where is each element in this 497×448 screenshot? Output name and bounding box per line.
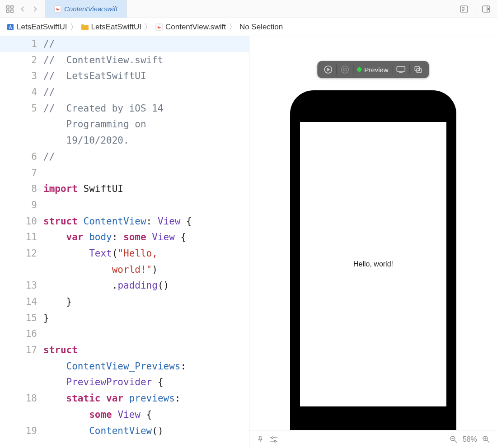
folder-icon <box>81 23 89 31</box>
code-content[interactable]: PreviewProvider { <box>43 374 167 391</box>
code-line[interactable]: some View { <box>0 407 249 423</box>
line-number: 3 <box>0 68 43 84</box>
swift-icon <box>155 23 163 31</box>
code-content[interactable]: 19/10/2020. <box>43 133 133 149</box>
code-content[interactable]: static var previews: <box>43 391 184 407</box>
svg-line-34 <box>487 440 489 443</box>
zoom-out-button[interactable] <box>449 435 458 444</box>
code-line[interactable]: 6// <box>0 149 249 165</box>
source-editor[interactable]: 1//2// ContentView.swift3// LetsEatSwift… <box>0 36 249 448</box>
code-line[interactable]: 3// LetsEatSwiftUI <box>0 68 249 84</box>
code-line[interactable]: 12 Text("Hello, <box>0 246 249 262</box>
code-content[interactable]: struct ContentView: View { <box>43 214 196 230</box>
breadcrumb-selection[interactable]: No Selection <box>239 23 283 32</box>
line-number: 16 <box>0 326 43 342</box>
code-content[interactable]: // Created by iOS 14 <box>43 101 173 117</box>
code-line[interactable]: 9 <box>0 197 249 214</box>
live-preview-button[interactable] <box>320 63 336 76</box>
code-line[interactable]: 2// ContentView.swift <box>0 52 249 69</box>
editor-main: 1//2// ContentView.swift3// LetsEatSwift… <box>0 36 497 448</box>
breadcrumb-label: LetsEatSwiftUI <box>17 23 67 32</box>
code-line[interactable]: 4// <box>0 84 249 101</box>
svg-rect-2 <box>7 10 9 12</box>
code-line[interactable]: world!") <box>0 262 249 278</box>
code-line[interactable]: ContentView_Previews: <box>0 359 249 375</box>
pin-icon[interactable] <box>256 435 265 444</box>
breadcrumb-project[interactable]: A LetsEatSwiftUI <box>6 23 67 32</box>
adjust-icon[interactable] <box>269 435 278 444</box>
code-line[interactable]: 15} <box>0 310 249 327</box>
device-settings-button[interactable] <box>393 63 410 76</box>
code-line[interactable]: 17struct <box>0 342 249 359</box>
status-dot-icon <box>357 67 361 72</box>
related-items-icon[interactable] <box>5 5 14 14</box>
code-line[interactable]: 13 .padding() <box>0 278 249 294</box>
code-line[interactable]: 11 var body: some View { <box>0 229 249 246</box>
code-content[interactable]: var body: some View { <box>43 229 190 246</box>
svg-rect-18 <box>343 68 346 71</box>
breadcrumb-label: No Selection <box>239 23 283 32</box>
breadcrumb-label: LetsEatSwiftUI <box>91 23 142 32</box>
line-number: 8 <box>0 181 43 197</box>
code-line[interactable]: PreviewProvider { <box>0 374 249 391</box>
preview-label: Preview <box>364 66 388 74</box>
line-number: 4 <box>0 84 43 101</box>
svg-text:A: A <box>9 25 12 30</box>
line-number: 12 <box>0 246 43 262</box>
preview-status-button[interactable]: Preview <box>353 63 392 76</box>
code-content[interactable]: // <box>43 149 58 165</box>
selectable-preview-button[interactable] <box>337 63 353 76</box>
code-line[interactable]: 16 <box>0 326 249 342</box>
minimap-icon[interactable] <box>459 5 469 14</box>
code-content[interactable]: some View { <box>43 407 155 423</box>
code-line[interactable]: 8import SwiftUI <box>0 181 249 197</box>
code-content[interactable]: world!") <box>43 262 161 278</box>
breadcrumb-label: ContentView.swift <box>165 23 226 32</box>
code-content[interactable]: // LetsEatSwiftUI <box>43 68 150 84</box>
line-number: 1 <box>0 36 43 52</box>
line-number: 7 <box>0 165 43 182</box>
code-content[interactable]: // <box>43 36 58 52</box>
device-frame: Hello, world! <box>290 90 456 448</box>
code-content[interactable]: Text("Hello, <box>43 246 167 262</box>
code-content[interactable]: import SwiftUI <box>43 181 127 197</box>
code-content[interactable]: Programming on <box>43 117 155 133</box>
add-editor-icon[interactable] <box>482 5 491 14</box>
code-line[interactable]: 18 static var previews: <box>0 391 249 407</box>
code-line[interactable]: 19/10/2020. <box>0 133 249 149</box>
code-content[interactable]: } <box>43 294 75 310</box>
code-content[interactable]: ContentView_Previews: <box>43 359 190 375</box>
forward-arrow-icon[interactable] <box>31 5 40 14</box>
duplicate-preview-button[interactable] <box>410 63 427 76</box>
device-screen[interactable]: Hello, world! <box>300 122 446 406</box>
canvas-bottom-bar: 58% <box>249 430 497 448</box>
code-content[interactable]: ContentView() <box>43 423 167 439</box>
code-line[interactable]: 19 ContentView() <box>0 423 249 439</box>
code-line[interactable]: 5// Created by iOS 14 <box>0 101 249 117</box>
zoom-in-button[interactable] <box>482 435 491 444</box>
line-number: 17 <box>0 342 43 359</box>
code-content[interactable]: // <box>43 84 58 101</box>
zoom-level[interactable]: 58% <box>463 435 477 443</box>
breadcrumb-folder[interactable]: LetsEatSwiftUI <box>81 23 142 32</box>
editor-tab[interactable]: ContentView.swift <box>45 0 127 18</box>
code-line[interactable]: 7 <box>0 165 249 182</box>
line-number: 2 <box>0 52 43 69</box>
code-line[interactable]: 10struct ContentView: View { <box>0 214 249 230</box>
back-arrow-icon[interactable] <box>18 5 27 14</box>
breadcrumb-file[interactable]: ContentView.swift <box>155 23 226 32</box>
code-content[interactable]: struct <box>43 342 81 359</box>
line-number: 18 <box>0 391 43 407</box>
preview-canvas: Preview Hello, world! <box>249 36 497 448</box>
code-line[interactable]: 14 } <box>0 294 249 310</box>
svg-rect-19 <box>397 66 405 71</box>
svg-rect-3 <box>11 10 13 12</box>
code-line[interactable]: Programming on <box>0 117 249 133</box>
code-content[interactable]: // ContentView.swift <box>43 52 167 69</box>
chevron-right-icon: 〉 <box>144 22 152 33</box>
svg-point-27 <box>272 437 273 439</box>
code-content[interactable]: } <box>43 310 53 327</box>
code-line[interactable]: 1// <box>0 36 249 52</box>
code-content[interactable]: .padding() <box>43 278 173 294</box>
tab-bar: ContentView.swift <box>0 0 497 18</box>
